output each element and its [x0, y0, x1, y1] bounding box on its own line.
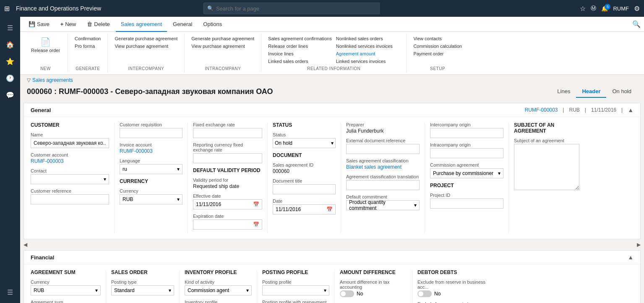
- generate-purchase-agreement-btn[interactable]: Generate purchase agreement: [113, 35, 179, 42]
- customer-account-link[interactable]: RUMF-000003: [31, 158, 64, 164]
- subject-textarea[interactable]: [514, 144, 579, 190]
- business-toggle[interactable]: No: [417, 290, 491, 297]
- ribbon-delete-btn[interactable]: 🗑Delete: [82, 17, 115, 32]
- reporting-input[interactable]: [193, 153, 262, 163]
- sidebar-home-icon[interactable]: 🏠: [2, 37, 18, 52]
- doc-title-group: Document title: [273, 178, 336, 194]
- currency-header: CURRENCY: [120, 178, 183, 184]
- currency-label: CURRENCY: [120, 178, 183, 184]
- confirmations-btn[interactable]: Sales agreement confirmations: [266, 35, 334, 42]
- sidebar-menu-icon[interactable]: ☰: [2, 20, 18, 35]
- posting-profile-select[interactable]: ▾: [262, 285, 329, 295]
- expiration-label: Expiration date: [193, 214, 262, 219]
- intra-view-purchase-btn[interactable]: View purchase agreement: [190, 43, 247, 50]
- ribbon-tab-general[interactable]: General: [168, 17, 197, 32]
- record-tab-lines[interactable]: Lines: [551, 86, 576, 98]
- search-input[interactable]: [216, 5, 376, 12]
- default-commitment-select[interactable]: Product quantity commitment ▾: [346, 200, 420, 210]
- project-header: PROJECT: [430, 183, 503, 188]
- grid-icon[interactable]: ⊞: [4, 5, 10, 13]
- intracompany-input[interactable]: [430, 148, 503, 158]
- language-select[interactable]: ru ▾: [120, 164, 183, 174]
- view-contacts-btn[interactable]: View contacts: [412, 35, 443, 42]
- calendar-icon[interactable]: 📅: [253, 201, 259, 207]
- release-order-lines-btn[interactable]: Release order lines: [266, 43, 334, 50]
- sidebar-workspaces-icon[interactable]: 💬: [2, 87, 18, 102]
- star-icon[interactable]: ☆: [580, 5, 586, 13]
- record-tab-header[interactable]: Header: [576, 86, 606, 98]
- section-label-general: General: [31, 107, 51, 113]
- linked-services-btn[interactable]: Linked services invoices: [334, 58, 402, 65]
- scroll-right-btn[interactable]: ▶: [637, 242, 641, 248]
- nonlinked-sales-btn[interactable]: Nonlinked sales orders: [334, 35, 402, 42]
- meta-id-link[interactable]: RUMF-000003: [525, 107, 558, 113]
- intra-generate-purchase-btn[interactable]: Generate purchase agreement: [190, 35, 256, 42]
- business-toggle-track[interactable]: [417, 290, 432, 297]
- customer-header: CUSTOMER: [31, 122, 109, 128]
- expiration-calendar-icon[interactable]: 📅: [253, 222, 259, 227]
- tax-toggle-track[interactable]: [340, 290, 354, 297]
- doc-date-input[interactable]: 11/11/2016 📅: [273, 204, 336, 214]
- customer-name-group: Name: [31, 132, 109, 148]
- linked-sales-btn[interactable]: Linked sales orders: [266, 58, 334, 65]
- expiration-date-input[interactable]: 📅: [193, 219, 262, 230]
- ribbon-new-btn[interactable]: +New: [55, 17, 81, 32]
- intercompany-input[interactable]: [430, 128, 503, 138]
- sidebar-favorites-icon[interactable]: ⭐: [2, 54, 18, 69]
- section-collapse-financial[interactable]: ▲: [628, 254, 634, 261]
- customer-req-input[interactable]: [120, 128, 183, 138]
- commission-calc-btn[interactable]: Commission calculation: [412, 43, 464, 50]
- customer-ref-input[interactable]: [31, 194, 109, 204]
- posting-type-select[interactable]: Standard ▾: [111, 285, 174, 295]
- scroll-left-btn[interactable]: ◀: [23, 242, 27, 248]
- status-select[interactable]: On hold ▾: [273, 138, 336, 148]
- project-id-input[interactable]: [430, 199, 503, 209]
- ribbon-save-btn[interactable]: 💾Save: [23, 17, 55, 32]
- notification-area[interactable]: 🔔 5: [601, 5, 608, 12]
- commission-select[interactable]: Purchase by commissioner ▾: [430, 168, 503, 178]
- currency-select[interactable]: RUB ▾: [120, 194, 183, 204]
- invoice-account-link[interactable]: RUMF-000003: [120, 148, 153, 154]
- col-inventory-profile: INVENTORY PROFILE Kind of activity Commi…: [180, 269, 257, 303]
- payment-order-btn[interactable]: Payment order: [412, 50, 445, 57]
- agreement-amount-btn[interactable]: Agreement amount: [334, 50, 402, 57]
- ribbon-tab-options[interactable]: Options: [198, 17, 227, 32]
- customer-name-input[interactable]: [31, 138, 109, 148]
- doc-calendar-icon[interactable]: 📅: [326, 206, 333, 212]
- fin-currency-select[interactable]: RUB ▾: [31, 285, 101, 295]
- doc-title-input[interactable]: [273, 184, 336, 194]
- release-order-btn[interactable]: 📄 Release order: [29, 35, 63, 55]
- class-trans-input[interactable]: [346, 180, 420, 190]
- subject-sub-label: Subject of an agreement: [514, 138, 579, 143]
- settings-icon[interactable]: ⚙: [634, 5, 640, 13]
- customer-contact-select[interactable]: ▾: [31, 174, 109, 184]
- section-collapse-general[interactable]: ▲: [628, 107, 634, 113]
- ribbon-group-generate: Confirmation Pro forma GENERATE: [68, 34, 108, 73]
- sidebar-recent-icon[interactable]: 🕐: [2, 71, 18, 86]
- col-sales-order: SALES ORDER Posting type Standard ▾: [106, 269, 180, 303]
- posting-type-chevron: ▾: [169, 287, 171, 293]
- status-label: STATUS: [273, 122, 336, 128]
- classification-translation-group: Agreement classification translation: [346, 174, 420, 190]
- filter-icon[interactable]: ▽: [27, 77, 31, 83]
- view-purchase-agreement-btn[interactable]: View purchase agreement: [113, 43, 170, 50]
- document-header: DOCUMENT: [273, 152, 336, 158]
- kind-select[interactable]: Commission agent ▾: [185, 285, 252, 295]
- invoice-lines-btn[interactable]: Invoice lines: [266, 50, 334, 57]
- ribbon-search-icon[interactable]: 🔍: [632, 20, 641, 28]
- record-tab-onhold[interactable]: On hold: [606, 86, 637, 98]
- fixed-exchange-input[interactable]: [193, 128, 262, 138]
- ext-ref-input[interactable]: [346, 144, 420, 154]
- proforma-btn[interactable]: Pro forma: [73, 43, 96, 50]
- breadcrumb-link[interactable]: Sales agreements: [32, 77, 73, 83]
- ms-icon[interactable]: Ⓜ: [591, 5, 596, 12]
- tax-toggle-switch[interactable]: No: [340, 290, 407, 297]
- sidebar-modules-icon[interactable]: ☰: [2, 285, 18, 300]
- search-bar[interactable]: 🔍: [203, 3, 380, 14]
- effective-date-input[interactable]: 11/11/2016 📅: [193, 199, 262, 209]
- classification-link[interactable]: Blanket sales agreement: [346, 164, 402, 170]
- confirmation-btn[interactable]: Confirmation: [73, 35, 102, 42]
- ribbon-tab-sales-agreement[interactable]: Sales agreement: [116, 17, 167, 32]
- fixed-exchange-label: Fixed exchange rate: [193, 122, 262, 127]
- nonlinked-services-btn[interactable]: Nonlinked services invoices: [334, 43, 402, 50]
